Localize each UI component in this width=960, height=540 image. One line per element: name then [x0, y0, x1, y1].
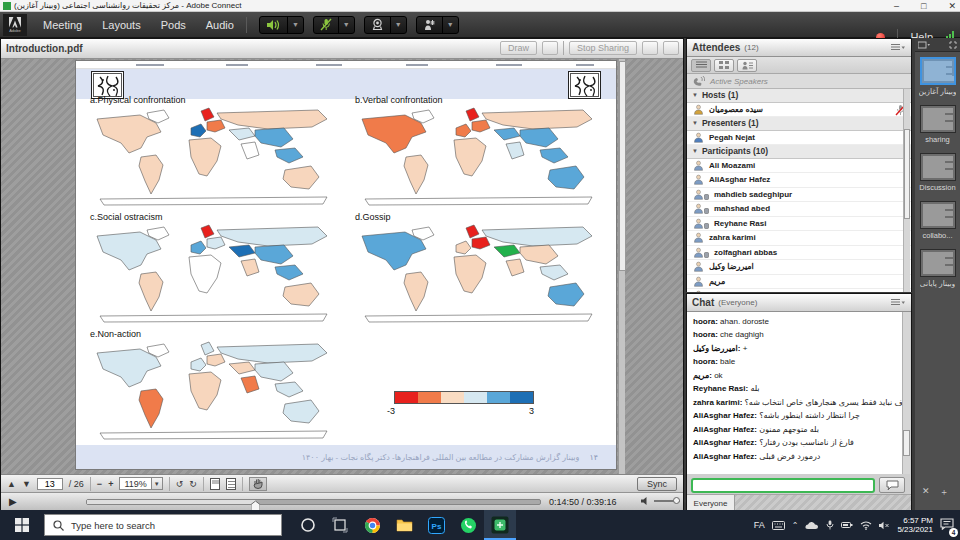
document-viewport[interactable]: a.Physical confrontation b.Verbal confr	[1, 59, 683, 474]
keyboard-icon[interactable]	[772, 521, 785, 530]
attendee-row[interactable]: امیررضا وکیل	[687, 260, 911, 275]
tab-everyone[interactable]: Everyone	[687, 495, 735, 511]
microphone-tray-icon[interactable]	[826, 520, 834, 530]
attendee-row[interactable]: Ali Moazami	[687, 159, 911, 174]
speaker-dropdown[interactable]: ▼	[287, 17, 303, 33]
attendee-name: امیررضا وکیل	[709, 262, 754, 271]
taskbar-chrome-icon[interactable]	[356, 510, 388, 540]
chat-pod-menu-icon[interactable]	[891, 298, 907, 308]
wifi-icon[interactable]	[860, 521, 872, 530]
taskbar-whatsapp-icon[interactable]	[452, 510, 484, 540]
webcam-button[interactable]: ▼	[364, 16, 407, 34]
next-page-icon[interactable]: ▼	[22, 479, 31, 489]
chat-send-button[interactable]	[879, 477, 905, 493]
attendee-row[interactable]: zolfaghari abbas	[687, 246, 911, 261]
chat-scrollbar[interactable]	[902, 312, 910, 474]
layout-thumbnail-1[interactable]: وبینار آغازین	[915, 57, 960, 96]
attendee-row[interactable]: مریم	[687, 275, 911, 290]
chat-input[interactable]	[691, 478, 875, 493]
volume-slider[interactable]	[654, 500, 680, 502]
list-view-button[interactable]	[691, 59, 711, 72]
menu-meeting[interactable]: Meeting	[43, 19, 82, 31]
zoom-out-icon[interactable]: −	[97, 479, 102, 489]
taskbar-task-view-icon[interactable]	[324, 510, 356, 540]
taskbar-search[interactable]: Type here to search	[44, 514, 282, 536]
document-scrollbar[interactable]	[618, 59, 625, 474]
rotate-right-icon[interactable]: ↻	[189, 479, 197, 489]
attendee-list[interactable]: ▼Hosts (1)سیده معصومیان▼Presenters (1)Pe…	[687, 89, 911, 292]
close-button[interactable]: ✕	[948, 1, 956, 11]
pen-tool-icon[interactable]	[542, 41, 558, 55]
pan-tool-button[interactable]	[249, 477, 267, 491]
grid-view-button[interactable]	[714, 59, 734, 72]
sync-button[interactable]: Sync	[637, 477, 677, 491]
power-icon[interactable]	[841, 521, 853, 529]
webcam-dropdown[interactable]: ▼	[390, 17, 406, 33]
volume-icon[interactable]	[641, 496, 650, 506]
menu-layouts[interactable]: Layouts	[102, 19, 141, 31]
play-button[interactable]: ▶	[9, 496, 17, 507]
taskbar-photoshop-icon[interactable]: Ps	[420, 510, 452, 540]
rotate-left-icon[interactable]: ↺	[176, 479, 184, 489]
draw-button[interactable]: Draw	[500, 41, 537, 55]
attendees-pod-menu-icon[interactable]	[891, 43, 907, 53]
fit-width-icon[interactable]	[226, 478, 236, 490]
layout-thumbnail-4[interactable]: collabo...	[915, 201, 960, 240]
taskbar-file-explorer-icon[interactable]	[388, 510, 420, 540]
microphone-muted-button[interactable]: ▼	[313, 16, 355, 34]
zoom-level-select[interactable]: 119% ▼	[119, 477, 162, 490]
layout-thumbnail-3[interactable]: Discussion	[915, 153, 960, 192]
chat-message-list[interactable]: hoora: ahan. dorostehoora: che daghighام…	[687, 312, 903, 474]
add-layout-icon[interactable]: ＋	[940, 486, 949, 499]
attendee-group-header[interactable]: ▼Hosts (1)	[687, 89, 911, 103]
chevron-up-icon[interactable]: ⌃	[792, 521, 799, 530]
start-button[interactable]	[0, 510, 44, 540]
attendee-row[interactable]: mahshad abed	[687, 202, 911, 217]
layout-thumbnail-5[interactable]: وبینار پایانی	[915, 249, 960, 288]
layouts-menu-icon[interactable]	[918, 41, 930, 49]
microphone-dropdown[interactable]: ▼	[338, 17, 354, 33]
attendee-group-header[interactable]: ▼Participants (10)	[687, 145, 911, 159]
layouts-expand-icon[interactable]	[949, 41, 957, 49]
minimize-button[interactable]: –	[894, 1, 899, 11]
raise-hand-button[interactable]: ▼	[416, 16, 459, 34]
attendee-group-header[interactable]: ▼Presenters (1)	[687, 117, 911, 131]
attendee-row[interactable]	[687, 289, 911, 292]
attendee-row[interactable]: سیده معصومیان	[687, 103, 911, 118]
menu-audio[interactable]: Audio	[206, 19, 234, 31]
speaker-button[interactable]: ▼	[259, 16, 304, 34]
zoom-dropdown-caret[interactable]: ▼	[151, 478, 162, 489]
onedrive-cloud-icon[interactable]	[805, 521, 819, 530]
pod-menu-icon[interactable]	[663, 41, 679, 55]
raise-hand-dropdown[interactable]: ▼	[442, 17, 458, 33]
playback-progress-fill	[87, 500, 255, 504]
layouts-panel-header	[915, 38, 960, 52]
page-number-input[interactable]	[37, 478, 63, 490]
attendee-row[interactable]: AliAsghar Hafez	[687, 173, 911, 188]
world-maps-figure: a.Physical confrontation b.Verbal confr	[90, 95, 602, 440]
taskbar-cortana-icon[interactable]	[292, 510, 324, 540]
attendee-row[interactable]: mahdieb sadeghipur	[687, 188, 911, 203]
collapse-icon: ▼	[692, 148, 698, 154]
clock[interactable]: 6:57 PM 5/23/2021	[897, 516, 933, 534]
previous-page-icon[interactable]: ▲	[7, 479, 16, 489]
attendee-row[interactable]: Reyhane Rasi	[687, 217, 911, 232]
attendee-row[interactable]: Pegah Nejat	[687, 131, 911, 146]
taskbar-adobe-connect-icon[interactable]	[484, 510, 516, 540]
maximize-button[interactable]: □	[921, 1, 926, 11]
playback-progress-track[interactable]	[86, 499, 541, 505]
volume-knob[interactable]	[673, 497, 680, 504]
attendees-scrollbar[interactable]	[903, 89, 910, 292]
notification-center-icon[interactable]: 4	[940, 516, 954, 534]
zoom-in-icon[interactable]: +	[108, 479, 113, 489]
attendee-row[interactable]: zahra karimi	[687, 231, 911, 246]
fullscreen-icon[interactable]	[642, 41, 658, 55]
menu-pods[interactable]: Pods	[161, 19, 186, 31]
speaker-tray-icon[interactable]	[879, 521, 890, 530]
close-panel-icon[interactable]: ✕	[922, 486, 930, 499]
fit-page-icon[interactable]	[210, 478, 220, 490]
layout-thumbnail-2[interactable]: sharing	[915, 105, 960, 144]
stop-sharing-button[interactable]: Stop Sharing	[569, 41, 637, 55]
language-indicator[interactable]: FA	[754, 520, 765, 530]
status-view-button[interactable]	[737, 59, 757, 72]
